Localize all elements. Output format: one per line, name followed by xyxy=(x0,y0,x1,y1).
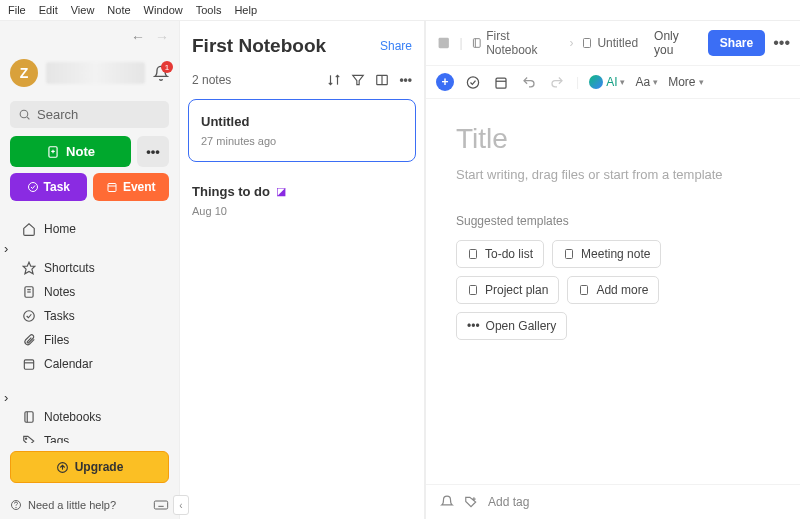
svg-rect-15 xyxy=(25,412,33,423)
svg-rect-22 xyxy=(154,501,167,509)
nav-forward-icon: → xyxy=(155,29,169,45)
upgrade-button[interactable]: Upgrade xyxy=(10,451,169,483)
check-circle-icon xyxy=(22,309,36,323)
task-toggle-icon[interactable] xyxy=(464,75,482,90)
menu-edit[interactable]: Edit xyxy=(39,4,58,16)
sidebar-item-label: Tags xyxy=(44,434,69,443)
sidebar-item-notebooks[interactable]: Notebooks xyxy=(4,405,175,429)
svg-rect-13 xyxy=(24,360,33,369)
share-button[interactable]: Share xyxy=(708,30,765,56)
help-label: Need a little help? xyxy=(28,499,116,511)
note-plus-icon xyxy=(46,145,60,159)
sidebar-item-tasks[interactable]: Tasks xyxy=(4,304,175,328)
view-mode-icon[interactable] xyxy=(375,73,389,87)
help-link[interactable]: Need a little help? xyxy=(10,499,116,511)
search-input[interactable]: Search xyxy=(10,101,169,128)
sidebar-item-label: Calendar xyxy=(44,357,93,371)
menu-help[interactable]: Help xyxy=(234,4,257,16)
sidebar-item-calendar[interactable]: Calendar xyxy=(4,352,175,376)
sidebar-item-files[interactable]: Files xyxy=(4,328,175,352)
svg-rect-42 xyxy=(470,286,477,295)
note-body-input[interactable]: Start writing, drag files or start from … xyxy=(456,167,770,182)
breadcrumb-note[interactable]: Untitled xyxy=(581,36,638,50)
sidebar: ← → Z 1 Search Note ••• Task xyxy=(0,21,180,519)
breadcrumb-notebook-label: First Notebook xyxy=(486,29,561,57)
user-row[interactable]: Z 1 xyxy=(0,53,179,93)
editor-panel: | First Notebook › Untitled Only you Sha… xyxy=(425,21,800,519)
ai-button[interactable]: AI▾ xyxy=(589,75,625,89)
svg-marker-30 xyxy=(353,75,364,84)
new-task-button[interactable]: Task xyxy=(10,173,87,201)
svg-rect-43 xyxy=(581,286,588,295)
doc-icon xyxy=(467,284,479,296)
expand-icon[interactable] xyxy=(436,35,451,51)
note-title-input[interactable]: Title xyxy=(456,123,770,155)
add-tag-link[interactable]: Add tag xyxy=(488,495,529,509)
note-item-title: Things to do xyxy=(192,184,270,199)
menu-note[interactable]: Note xyxy=(107,4,130,16)
template-meeting[interactable]: Meeting note xyxy=(552,240,661,268)
ai-icon xyxy=(589,75,603,89)
notebook-icon xyxy=(22,410,36,424)
new-note-button[interactable]: Note xyxy=(10,136,131,167)
sidebar-item-shortcuts[interactable]: Shortcuts xyxy=(4,256,175,280)
breadcrumb-notebook[interactable]: First Notebook xyxy=(471,29,562,57)
svg-point-5 xyxy=(28,183,37,192)
template-open-gallery[interactable]: •••Open Gallery xyxy=(456,312,567,340)
editor-footer: Add tag xyxy=(426,484,800,519)
svg-line-1 xyxy=(27,117,29,119)
nav-back-icon[interactable]: ← xyxy=(131,29,145,45)
insert-button[interactable]: + xyxy=(436,73,454,91)
menu-window[interactable]: Window xyxy=(144,4,183,16)
calendar-toolbar-icon[interactable] xyxy=(492,75,510,90)
note-item-title: Untitled xyxy=(201,114,403,129)
template-label: Meeting note xyxy=(581,247,650,261)
sidebar-item-tags[interactable]: Tags xyxy=(4,429,175,443)
svg-point-17 xyxy=(26,438,27,439)
home-icon xyxy=(22,222,36,236)
sidebar-item-notes[interactable]: Notes xyxy=(4,280,175,304)
paperclip-icon xyxy=(22,333,36,347)
sidebar-item-home[interactable]: Home xyxy=(4,217,175,241)
menu-tools[interactable]: Tools xyxy=(196,4,222,16)
sort-icon[interactable] xyxy=(327,73,341,87)
chevron-right-icon[interactable]: › xyxy=(4,241,8,256)
notebook-title: First Notebook xyxy=(192,35,326,57)
editor-more-icon[interactable]: ••• xyxy=(773,34,790,52)
doc-icon xyxy=(578,284,590,296)
menu-view[interactable]: View xyxy=(71,4,95,16)
menu-file[interactable]: File xyxy=(8,4,26,16)
template-add-more[interactable]: Add more xyxy=(567,276,659,304)
editor-body[interactable]: Title Start writing, drag files or start… xyxy=(426,99,800,484)
undo-icon[interactable] xyxy=(520,75,538,90)
notifications-button[interactable]: 1 xyxy=(153,65,169,81)
star-icon xyxy=(22,261,36,275)
template-project[interactable]: Project plan xyxy=(456,276,559,304)
notebook-share-link[interactable]: Share xyxy=(380,39,412,53)
keyboard-icon[interactable] xyxy=(153,499,169,511)
reminder-icon[interactable] xyxy=(440,495,454,509)
share-status[interactable]: Only you xyxy=(654,29,700,57)
tag-add-icon[interactable] xyxy=(464,495,478,509)
collapse-sidebar-handle[interactable]: ‹ xyxy=(173,495,189,515)
more-format-button[interactable]: More▾ xyxy=(668,75,703,89)
svg-rect-40 xyxy=(470,250,477,259)
doc-icon xyxy=(467,248,479,260)
filter-icon[interactable] xyxy=(351,73,365,87)
notification-badge: 1 xyxy=(161,61,173,73)
sidebar-item-label: Notes xyxy=(44,285,75,299)
font-button[interactable]: Aa▾ xyxy=(635,75,658,89)
new-note-more-button[interactable]: ••• xyxy=(137,136,169,167)
svg-rect-36 xyxy=(584,39,591,48)
note-item[interactable]: Things to do ◪ Aug 10 xyxy=(180,172,424,229)
notelist-more-icon[interactable]: ••• xyxy=(399,73,412,87)
sidebar-item-label: Files xyxy=(44,333,69,347)
template-todo[interactable]: To-do list xyxy=(456,240,544,268)
upgrade-icon xyxy=(56,461,69,474)
ai-label: AI xyxy=(606,75,617,89)
new-event-button[interactable]: Event xyxy=(93,173,170,201)
svg-point-12 xyxy=(24,311,35,322)
note-item-selected[interactable]: Untitled 27 minutes ago xyxy=(188,99,416,162)
svg-rect-33 xyxy=(439,38,449,48)
chevron-right-icon[interactable]: › xyxy=(4,390,8,405)
